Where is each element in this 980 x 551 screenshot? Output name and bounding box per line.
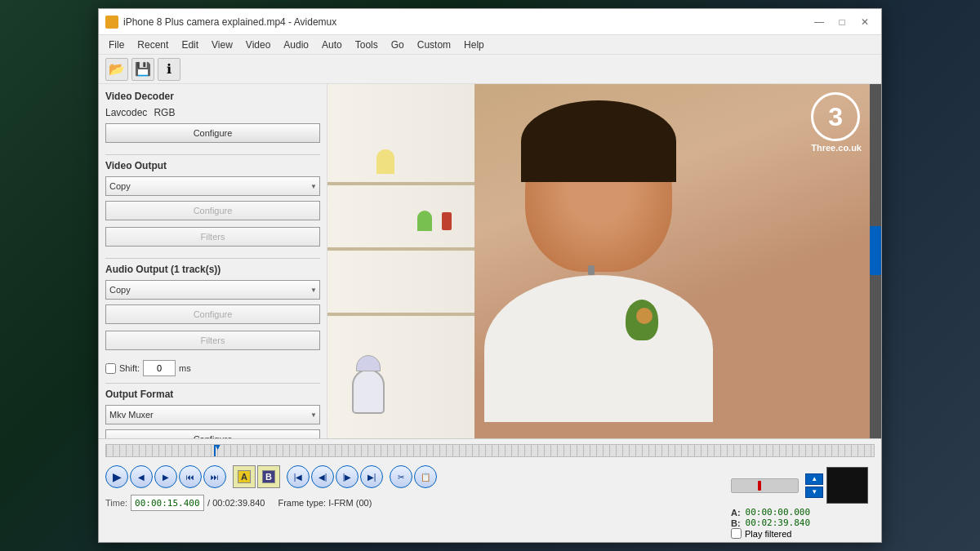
video-output-dropdown[interactable]: Copy AVC MPEG4 ASP FFV1 bbox=[105, 176, 320, 196]
menu-auto[interactable]: Auto bbox=[315, 38, 349, 52]
android-toy bbox=[417, 211, 432, 231]
video-content: 3 Three.co.uk bbox=[327, 84, 870, 438]
window-title: iPhone 8 Plus camera explained.mp4 - Avi… bbox=[123, 16, 809, 28]
preview-thumbnail bbox=[826, 467, 868, 504]
step-fwd-button[interactable]: |▶ bbox=[336, 465, 359, 488]
codec-row: Lavcodec RGB bbox=[105, 107, 320, 118]
video-output-title: Video Output bbox=[105, 160, 320, 171]
window-controls: — □ ✕ bbox=[809, 12, 875, 32]
marker-a-button[interactable]: A bbox=[233, 465, 256, 488]
marker-b-button[interactable]: B bbox=[257, 465, 280, 488]
fast-forward-button[interactable]: ⏭ bbox=[203, 465, 226, 488]
three-circle: 3 bbox=[811, 92, 860, 141]
rewind-button[interactable]: ⏮ bbox=[179, 465, 202, 488]
shift-input[interactable]: 0 bbox=[143, 360, 176, 376]
bottom-bar: ▶ ◀ ▶ ⏮ ⏭ A B |◀ ◀| |▶ ▶| bbox=[99, 438, 881, 542]
menu-video[interactable]: Video bbox=[239, 38, 277, 52]
app-icon bbox=[105, 16, 118, 29]
b-time: 00:02:39.840 bbox=[746, 518, 810, 528]
open-button[interactable]: 📂 bbox=[105, 58, 128, 81]
shelf-2 bbox=[327, 247, 474, 251]
menu-edit[interactable]: Edit bbox=[175, 38, 205, 52]
audio-output-configure-button[interactable]: Configure bbox=[105, 304, 320, 324]
info-button[interactable]: ℹ bbox=[158, 58, 180, 81]
zoom-out-button[interactable]: ▼ bbox=[805, 487, 823, 498]
prev-frame-button[interactable]: ◀ bbox=[130, 465, 153, 488]
titlebar: iPhone 8 Plus camera explained.mp4 - Avi… bbox=[99, 9, 881, 35]
right-mini-panel bbox=[870, 84, 881, 438]
menu-file[interactable]: File bbox=[102, 38, 131, 52]
audio-output-dropdown[interactable]: Copy MP3 AAC AC3 bbox=[105, 280, 320, 300]
audio-output-title: Audio Output (1 track(s)) bbox=[105, 264, 320, 275]
total-time: / 00:02:39.840 bbox=[207, 498, 265, 508]
timeline-cursor bbox=[214, 445, 216, 456]
side-scrollbar-thumb[interactable] bbox=[870, 226, 881, 275]
menu-tools[interactable]: Tools bbox=[349, 38, 385, 52]
colorspace: RGB bbox=[154, 107, 175, 118]
paste-button[interactable]: 📋 bbox=[414, 465, 437, 488]
timeline-row bbox=[99, 439, 881, 462]
step-back-button[interactable]: ◀| bbox=[311, 465, 334, 488]
play-filtered-row: Play filtered bbox=[731, 528, 868, 539]
video-decoder-title: Video Decoder bbox=[105, 91, 320, 102]
output-format-configure-button[interactable]: Configure bbox=[105, 429, 320, 438]
goto-end-button[interactable]: ▶| bbox=[360, 465, 383, 488]
minimize-button[interactable]: — bbox=[809, 12, 829, 32]
shelf-background bbox=[327, 84, 474, 438]
play-filtered-checkbox[interactable] bbox=[731, 528, 742, 539]
decoder-configure-button[interactable]: Configure bbox=[105, 123, 320, 143]
close-button[interactable]: ✕ bbox=[855, 12, 875, 32]
a-marker-row: A: 00:00:00.000 bbox=[731, 507, 868, 518]
menu-view[interactable]: View bbox=[205, 38, 239, 52]
controls-row: ▶ ◀ ▶ ⏮ ⏭ A B |◀ ◀| |▶ ▶| bbox=[99, 462, 718, 491]
scrub-panel: ▲ ▼ bbox=[724, 465, 875, 504]
zoom-in-button[interactable]: ▲ bbox=[805, 473, 823, 485]
video-output-filters-button[interactable]: Filters bbox=[105, 227, 320, 247]
b-marker-row: B: 00:02:39.840 bbox=[731, 518, 868, 528]
output-format-dropdown-wrapper: Mkv Muxer MP4 Muxer AVI Muxer ▼ bbox=[105, 405, 320, 424]
play-button[interactable]: ▶ bbox=[105, 465, 128, 488]
timeline-ticks bbox=[106, 445, 874, 456]
shelf-1 bbox=[327, 182, 474, 185]
video-output-configure-button[interactable]: Configure bbox=[105, 201, 320, 220]
shift-label: Shift: bbox=[119, 363, 140, 373]
timeline-track[interactable] bbox=[105, 444, 875, 457]
b-label: B: bbox=[731, 518, 741, 528]
toolbar: 📂 💾 ℹ bbox=[99, 55, 881, 84]
time-row: Time: 00:00:15.400 / 00:02:39.840 Frame … bbox=[99, 491, 718, 514]
next-frame-button[interactable]: ▶ bbox=[154, 465, 177, 488]
time-label: Time: bbox=[105, 498, 127, 508]
maximize-button[interactable]: □ bbox=[832, 12, 852, 32]
current-time-input[interactable]: 00:00:15.400 bbox=[131, 495, 204, 511]
output-format-dropdown[interactable]: Mkv Muxer MP4 Muxer AVI Muxer bbox=[105, 405, 320, 424]
save-button[interactable]: 💾 bbox=[131, 58, 154, 81]
menu-audio[interactable]: Audio bbox=[277, 38, 315, 52]
menu-help[interactable]: Help bbox=[457, 38, 491, 52]
frame-type: Frame type: I-FRM (00) bbox=[278, 498, 372, 508]
three-logo: 3 Three.co.uk bbox=[811, 92, 862, 153]
yellow-figure bbox=[376, 149, 394, 174]
three-url: Three.co.uk bbox=[811, 143, 862, 153]
shift-checkbox[interactable] bbox=[105, 363, 116, 374]
cut-button[interactable]: ✂ bbox=[390, 465, 412, 488]
ab-times: A: 00:00:00.000 B: 00:02:39.840 Play fil… bbox=[724, 507, 875, 539]
shift-row: Shift: 0 ms bbox=[105, 360, 320, 376]
a-label: A: bbox=[731, 508, 741, 518]
bottom-right: ▲ ▼ A: 00:00:00.000 B: 00:02:39.840 bbox=[718, 462, 881, 542]
scrub-track[interactable] bbox=[731, 478, 799, 493]
video-frame: 3 Three.co.uk bbox=[327, 84, 870, 438]
goto-start-button[interactable]: |◀ bbox=[287, 465, 310, 488]
left-panel: Video Decoder Lavcodec RGB Configure Vid… bbox=[99, 84, 327, 438]
menu-go[interactable]: Go bbox=[385, 38, 411, 52]
output-format-title: Output Format bbox=[105, 389, 320, 400]
codec-name: Lavcodec bbox=[105, 107, 147, 118]
app-window: iPhone 8 Plus camera explained.mp4 - Avi… bbox=[98, 8, 882, 543]
menu-custom[interactable]: Custom bbox=[411, 38, 457, 52]
main-content: Video Decoder Lavcodec RGB Configure Vid… bbox=[99, 84, 881, 438]
audio-output-filters-button[interactable]: Filters bbox=[105, 331, 320, 350]
menu-recent[interactable]: Recent bbox=[131, 38, 175, 52]
menubar: File Recent Edit View Video Audio Auto T… bbox=[99, 35, 881, 55]
ms-label: ms bbox=[179, 363, 191, 373]
person-shirt bbox=[484, 275, 713, 422]
video-area: 3 Three.co.uk bbox=[327, 84, 881, 438]
